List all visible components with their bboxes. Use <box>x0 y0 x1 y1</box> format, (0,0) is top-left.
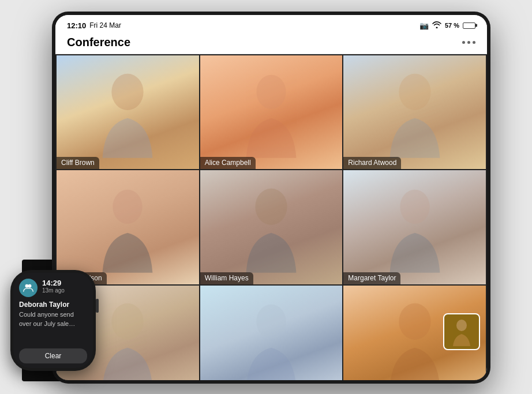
tablet: 12:10 Fri 24 Mar 📷 57 % <box>52 12 490 384</box>
camera-icon: 📷 <box>419 21 429 30</box>
participant-3-name: Richard Atwood <box>343 157 401 169</box>
status-bar: 12:10 Fri 24 Mar 📷 57 % <box>55 15 487 33</box>
watch-meta: 14:29 13m ago <box>42 279 65 294</box>
watch-screen: 14:29 13m ago Deborah Taylor Could anyon… <box>13 273 93 368</box>
header-menu[interactable] <box>462 41 475 44</box>
svg-point-5 <box>400 190 429 224</box>
battery-percent: 57 % <box>445 22 459 29</box>
video-cell-6: Margaret Taylor <box>343 170 486 284</box>
video-cell-2: Alice Campbell <box>200 55 343 169</box>
battery-bar-icon <box>463 22 475 29</box>
svg-point-15 <box>28 284 32 288</box>
watch: 14:29 13m ago Deborah Taylor Could anyon… <box>10 270 96 371</box>
participant-2-name: Alice Campbell <box>200 157 256 169</box>
app-header: Conference <box>55 33 487 54</box>
watch-crown <box>96 299 99 313</box>
watch-time: 14:29 <box>42 279 65 287</box>
self-thumbnail <box>443 313 480 350</box>
svg-point-13 <box>456 320 467 331</box>
participant-8-video <box>200 286 343 380</box>
watch-app-icon <box>19 279 38 297</box>
video-cell-5: William Hayes <box>200 170 343 284</box>
app-title: Conference <box>67 36 130 49</box>
video-cell-3: Richard Atwood <box>343 55 486 169</box>
watch-sender: Deborah Taylor <box>19 301 87 309</box>
participant-6-name: Margaret Taylor <box>343 272 400 284</box>
participant-4-video <box>57 170 199 284</box>
status-date: Fri 24 Mar <box>89 21 121 29</box>
scene: 12:10 Fri 24 Mar 📷 57 % <box>0 0 532 394</box>
video-cell-1: Cliff Brown <box>57 55 199 169</box>
participant-1-name: Cliff Brown <box>57 157 99 169</box>
video-grid: Cliff Brown Alice Campbell <box>55 54 487 380</box>
wifi-icon <box>432 21 441 30</box>
participant-1-video <box>57 55 199 169</box>
video-cell-4: Teresa Olson <box>57 170 199 284</box>
svg-point-6 <box>112 303 144 340</box>
svg-point-8 <box>399 303 430 340</box>
svg-point-3 <box>113 190 143 224</box>
watch-ago: 13m ago <box>42 287 65 294</box>
participant-5-name: William Hayes <box>200 272 253 284</box>
status-right: 📷 57 % <box>419 21 475 30</box>
watch-message: Could anyone send over our July sale… <box>19 310 87 345</box>
svg-point-7 <box>256 305 286 339</box>
participant-2-video <box>200 55 343 169</box>
svg-point-1 <box>256 75 286 109</box>
video-cell-8 <box>200 286 343 380</box>
participant-5-video <box>200 170 343 284</box>
participant-3-video <box>343 55 486 169</box>
tablet-screen: 12:10 Fri 24 Mar 📷 57 % <box>55 15 487 380</box>
svg-point-14 <box>25 284 29 288</box>
svg-point-0 <box>112 74 144 110</box>
watch-body: 14:29 13m ago Deborah Taylor Could anyon… <box>10 270 96 371</box>
svg-point-4 <box>255 189 287 225</box>
participant-6-video <box>343 170 486 284</box>
status-time: 12:10 <box>67 21 86 30</box>
status-left: 12:10 Fri 24 Mar <box>67 21 121 30</box>
svg-point-2 <box>399 74 430 110</box>
watch-top-row: 14:29 13m ago <box>19 279 87 297</box>
watch-notification: 14:29 13m ago Deborah Taylor Could anyon… <box>19 279 87 363</box>
watch-clear-button[interactable]: Clear <box>19 348 87 363</box>
